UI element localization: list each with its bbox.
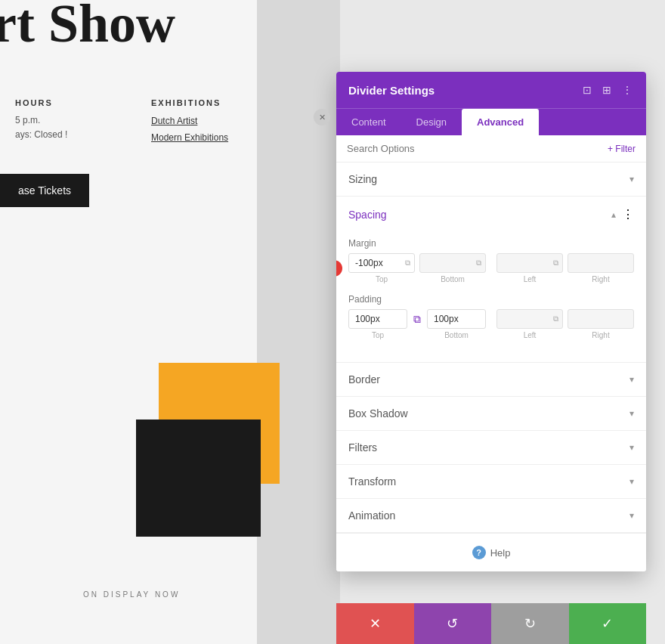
spacing-chevron-up-icon: ▴ [611, 209, 616, 220]
tab-design[interactable]: Design [401, 109, 462, 135]
panel-header: Divider Settings ⊡ ⊞ ⋮ [336, 72, 646, 108]
margin-right-group: Right [568, 253, 634, 283]
spacing-header[interactable]: Spacing ▴ ⋮ [336, 197, 646, 232]
grid-icon-button[interactable]: ⊞ [601, 82, 613, 98]
panel-close-button[interactable]: ✕ [314, 109, 330, 125]
padding-label: Padding [348, 294, 634, 305]
black-square [136, 420, 261, 537]
margin-top-link-icon: ⧉ [405, 259, 410, 268]
padding-right-input[interactable] [568, 309, 634, 329]
spacing-section: Spacing ▴ ⋮ Margin 1 [336, 197, 646, 363]
search-bar: + Filter [336, 135, 646, 163]
padding-bottom-label: Bottom [444, 331, 469, 339]
exhibition-link-1[interactable]: Dutch Artist [151, 113, 228, 130]
spacing-header-left: Spacing [348, 209, 387, 221]
exhibition-link-2[interactable]: Modern Exhibitions [151, 130, 228, 147]
hours-line1: 5 p.m. [15, 113, 67, 128]
panel-footer: ? Help [336, 533, 646, 571]
margin-top-label: Top [376, 275, 388, 283]
animation-section[interactable]: Animation ▾ [336, 499, 646, 533]
padding-bottom-group: Bottom [427, 309, 486, 339]
sizing-section[interactable]: Sizing ▾ [336, 163, 646, 197]
padding-top-label: Top [372, 331, 384, 339]
margin-bottom-wrapper: ⧉ [419, 253, 486, 273]
responsive-icon-button[interactable]: ⊡ [581, 82, 593, 98]
animation-label: Animation [348, 509, 395, 522]
padding-right-wrapper [568, 309, 634, 329]
padding-left-label: Left [524, 331, 537, 339]
animation-chevron-icon: ▾ [629, 510, 634, 521]
padding-left-group: ⧉ Left [496, 309, 563, 339]
padding-field-row: Top ⧉ Bottom [348, 309, 634, 339]
filters-section[interactable]: Filters ▾ [336, 431, 646, 465]
spacing-content: Margin 1 ⧉ Top [336, 232, 646, 362]
padding-left-wrapper: ⧉ [496, 309, 563, 329]
redo-button[interactable]: ↻ [491, 603, 569, 644]
padding-bottom-wrapper [427, 309, 486, 329]
border-label: Border [348, 373, 380, 385]
margin-left-label: Left [524, 275, 537, 283]
spacing-more-icon[interactable]: ⋮ [622, 207, 634, 221]
on-display-label: ON DISPLAY NOW [83, 590, 180, 599]
sizing-chevron-icon: ▾ [629, 174, 634, 184]
help-icon: ? [472, 546, 486, 559]
padding-link-icon[interactable]: ⧉ [410, 313, 424, 326]
filters-label: Filters [348, 441, 377, 454]
action-bar: ✕ ↺ ↻ ✓ [336, 603, 646, 644]
purchase-tickets-button[interactable]: ase Tickets [0, 174, 89, 207]
margin-right-label: Right [592, 275, 609, 283]
padding-right-label: Right [592, 331, 609, 339]
panel-tabs: Content Design Advanced [336, 108, 646, 135]
padding-top-group: Top [348, 309, 407, 339]
hours-title: HOURS [15, 98, 67, 107]
filters-chevron-icon: ▾ [629, 442, 634, 453]
padding-right-group: Right [568, 309, 634, 339]
padding-top-wrapper [348, 309, 407, 329]
box-shadow-chevron-icon: ▾ [629, 408, 634, 419]
more-options-icon-button[interactable]: ⋮ [620, 82, 634, 98]
step-badge: 1 [336, 260, 342, 277]
panel-title: Divider Settings [348, 84, 435, 97]
padding-left-link-icon: ⧉ [553, 314, 558, 324]
filter-button[interactable]: + Filter [608, 144, 636, 154]
margin-right-wrapper [568, 253, 634, 273]
undo-button[interactable]: ↺ [414, 603, 492, 644]
panel-header-icons: ⊡ ⊞ ⋮ [581, 82, 634, 98]
margin-top-wrapper: ⧉ [348, 253, 415, 273]
settings-panel: Divider Settings ⊡ ⊞ ⋮ Content Design Ad… [336, 72, 646, 571]
exhibitions-title: EXHIBITIONS [151, 98, 228, 107]
padding-group: Padding Top ⧉ [348, 294, 634, 339]
margin-left-group: ⧉ Left [496, 253, 563, 283]
box-shadow-label: Box Shadow [348, 407, 408, 420]
transform-chevron-icon: ▾ [629, 476, 634, 487]
confirm-button[interactable]: ✓ [569, 603, 647, 644]
margin-bottom-group: ⧉ Bottom [419, 253, 486, 283]
tab-content[interactable]: Content [336, 109, 401, 135]
gray-panel [257, 0, 340, 644]
border-section[interactable]: Border ▾ [336, 363, 646, 397]
spacing-label: Spacing [348, 209, 387, 221]
cancel-button[interactable]: ✕ [336, 603, 414, 644]
help-link[interactable]: ? Help [472, 546, 511, 559]
search-input[interactable] [347, 143, 608, 154]
panel-body: Sizing ▾ Spacing ▴ ⋮ Margin 1 [336, 163, 646, 571]
transform-label: Transform [348, 475, 396, 488]
margin-label: Margin [348, 238, 634, 249]
border-chevron-icon: ▾ [629, 374, 634, 385]
tab-advanced[interactable]: Advanced [462, 109, 539, 135]
spacing-header-actions: ▴ ⋮ [611, 207, 634, 221]
help-label: Help [490, 547, 511, 559]
transform-section[interactable]: Transform ▾ [336, 465, 646, 499]
padding-bottom-input[interactable] [427, 309, 486, 329]
page-title: rt Show [0, 0, 175, 55]
hours-section: HOURS 5 p.m. ays: Closed ! [15, 98, 67, 142]
margin-bottom-label: Bottom [441, 275, 465, 283]
box-shadow-section[interactable]: Box Shadow ▾ [336, 397, 646, 431]
margin-bottom-link-icon: ⧉ [476, 259, 481, 268]
hours-line2: ays: Closed ! [15, 128, 67, 142]
margin-top-group: ⧉ Top [348, 253, 415, 283]
margin-group: Margin 1 ⧉ Top [348, 238, 634, 283]
margin-field-row: 1 ⧉ Top [348, 253, 634, 283]
margin-right-input[interactable] [568, 253, 634, 273]
padding-top-input[interactable] [348, 309, 407, 329]
